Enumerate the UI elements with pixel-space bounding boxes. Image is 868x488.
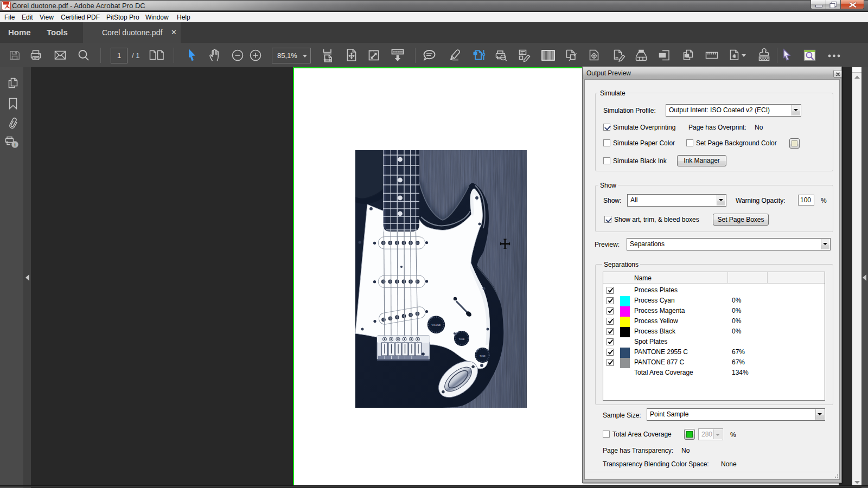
svg-text:TONE: TONE [480,355,486,357]
svg-text:TONE: TONE [458,338,464,341]
svg-text:VOLUME: VOLUME [432,324,441,326]
